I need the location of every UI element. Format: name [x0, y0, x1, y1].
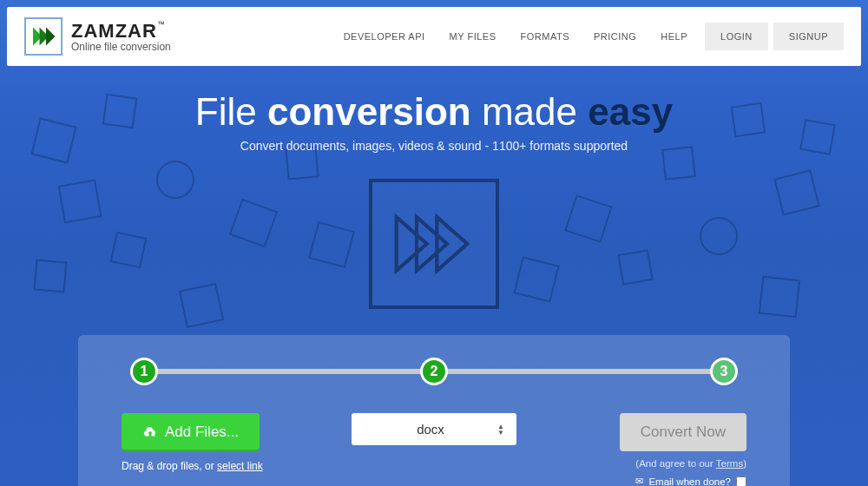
- convert-button[interactable]: Convert Now: [620, 413, 746, 451]
- drag-drop-hint: Drag & drop files, or select link: [122, 460, 295, 472]
- terms-note: (And agree to our Terms): [573, 458, 746, 469]
- nav-my-files[interactable]: MY FILES: [437, 24, 509, 49]
- signup-button[interactable]: SIGNUP: [773, 23, 844, 50]
- terms-link[interactable]: Terms: [716, 458, 743, 469]
- brand-tagline: Online file conversion: [71, 41, 171, 53]
- logo[interactable]: ZAMZAR™ Online file conversion: [24, 17, 171, 56]
- hero-subtitle: Convert documents, images, videos & soun…: [0, 139, 868, 153]
- hero-icon: [0, 179, 868, 309]
- step-2: 2: [420, 358, 448, 385]
- nav-formats[interactable]: FORMATS: [509, 24, 582, 49]
- nav-developer-api[interactable]: DEVELOPER API: [332, 24, 437, 49]
- nav-help[interactable]: HELP: [648, 24, 700, 49]
- step-3: 3: [710, 358, 738, 385]
- converter-panel: 1 2 3 Add Files... Drag & drop files, or…: [78, 335, 790, 486]
- step-indicator: 1 2 3: [130, 358, 738, 385]
- email-when-done: ✉ Email when done?: [573, 476, 746, 486]
- nav-pricing[interactable]: PRICING: [582, 24, 648, 49]
- step-1: 1: [130, 358, 158, 385]
- hero: File conversion made easy Convert docume…: [0, 73, 868, 161]
- hero-title: File conversion made easy: [0, 90, 868, 134]
- format-value: docx: [364, 422, 497, 437]
- select-link[interactable]: select link: [217, 460, 263, 472]
- email-checkbox[interactable]: [736, 476, 746, 487]
- upload-cloud-icon: [142, 424, 158, 440]
- logo-icon: [24, 17, 62, 56]
- chevron-updown-icon: ▲▼: [497, 424, 504, 436]
- format-select[interactable]: docx ▲▼: [352, 413, 516, 445]
- top-nav: ZAMZAR™ Online file conversion DEVELOPER…: [7, 7, 861, 66]
- mail-icon: ✉: [635, 476, 643, 486]
- add-files-button[interactable]: Add Files...: [122, 413, 260, 451]
- login-button[interactable]: LOGIN: [705, 23, 768, 50]
- brand-name: ZAMZAR™: [71, 20, 171, 43]
